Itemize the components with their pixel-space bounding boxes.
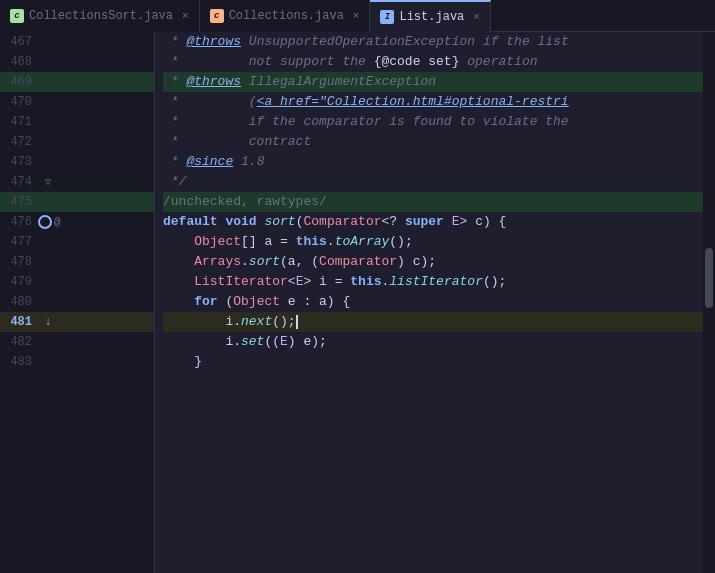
line-number-482: 482: [0, 335, 38, 349]
gutter-row-467: 467: [0, 32, 154, 52]
code-line-473: * @since 1.8: [163, 152, 703, 172]
code-line-467: * @throws UnsupportedOperationException …: [163, 32, 703, 52]
tab-icon-collections-sort: c: [10, 9, 24, 23]
line-number-479: 479: [0, 275, 38, 289]
code-line-474: */: [163, 172, 703, 192]
gutter-row-470: 470: [0, 92, 154, 112]
at-icon-476: @: [54, 216, 61, 228]
gutter-row-480: 480: [0, 292, 154, 312]
gutter-row-472: 472: [0, 132, 154, 152]
line-number-480: 480: [0, 295, 38, 309]
gutter-row-468: 468: [0, 52, 154, 72]
tab-close-list[interactable]: ×: [473, 11, 480, 23]
code-467: * @throws UnsupportedOperationException …: [163, 32, 569, 52]
code-473: * @since 1.8: [163, 152, 264, 172]
line-number-468: 468: [0, 55, 38, 69]
gutter-row-478: 478: [0, 252, 154, 272]
tab-label-collections: Collections.java: [229, 9, 344, 23]
tab-icon-list: I: [380, 10, 394, 24]
gutter-row-481: 481 ↓: [0, 312, 154, 332]
code-469: * @throws IllegalArgumentException: [163, 72, 436, 92]
fold-icon-474[interactable]: ▽: [38, 176, 58, 188]
line-number-474: 474: [0, 175, 38, 189]
line-number-473: 473: [0, 155, 38, 169]
code-line-471: * if the comparator is found to violate …: [163, 112, 703, 132]
code-482: i.set((E) e);: [163, 332, 327, 352]
code-line-483: }: [163, 352, 703, 372]
line-number-478: 478: [0, 255, 38, 269]
code-468: * not support the {@code set} operation: [163, 52, 537, 72]
gutter-row-477: 477: [0, 232, 154, 252]
text-cursor: [296, 315, 298, 329]
gutter-row-479: 479: [0, 272, 154, 292]
code-476: default void sort(Comparator<? super E> …: [163, 212, 506, 232]
tab-close-collections[interactable]: ×: [353, 10, 360, 22]
line-number-475: 475: [0, 195, 38, 209]
code-480: for (Object e : a) {: [163, 292, 350, 312]
code-line-478: Arrays.sort(a, (Comparator) c);: [163, 252, 703, 272]
code-481: i.next();: [163, 312, 298, 332]
code-line-472: * contract: [163, 132, 703, 152]
gutter-row-482: 482: [0, 332, 154, 352]
tab-icon-collections: c: [210, 9, 224, 23]
tab-close-collections-sort[interactable]: ×: [182, 10, 189, 22]
scrollbar-thumb[interactable]: [705, 248, 713, 308]
code-472: * contract: [163, 132, 311, 152]
gutter-row-474: 474 ▽: [0, 172, 154, 192]
code-479: ListIterator<E> i = this.listIterator();: [163, 272, 506, 292]
gutter-row-475: 475: [0, 192, 154, 212]
line-number-476: 476: [0, 215, 38, 229]
code-line-468: * not support the {@code set} operation: [163, 52, 703, 72]
breakpoint-icon-476[interactable]: [38, 215, 52, 229]
editor-window: c CollectionsSort.java × c Collections.j…: [0, 0, 715, 573]
gutter-row-476: 476 @: [0, 212, 154, 232]
tab-label-collections-sort: CollectionsSort.java: [29, 9, 173, 23]
code-line-475: /unchecked, rawtypes/: [163, 192, 703, 212]
line-number-469: 469: [0, 75, 38, 89]
editor-body: 467 468 469 470 471: [0, 32, 715, 573]
tab-collections-sort[interactable]: c CollectionsSort.java ×: [0, 0, 200, 32]
gutter-row-473: 473: [0, 152, 154, 172]
code-475: /unchecked, rawtypes/: [163, 192, 327, 212]
vertical-scrollbar[interactable]: [703, 32, 715, 573]
gutter-row-483: 483: [0, 352, 154, 372]
code-line-477: Object[] a = this.toArray();: [163, 232, 703, 252]
tab-list[interactable]: I List.java ×: [370, 0, 490, 32]
tab-bar: c CollectionsSort.java × c Collections.j…: [0, 0, 715, 32]
code-line-482: i.set((E) e);: [163, 332, 703, 352]
tab-collections[interactable]: c Collections.java ×: [200, 0, 371, 32]
line-number-472: 472: [0, 135, 38, 149]
code-line-476: default void sort(Comparator<? super E> …: [163, 212, 703, 232]
code-474: */: [163, 172, 186, 192]
line-number-470: 470: [0, 95, 38, 109]
left-gutter: 467 468 469 470 471: [0, 32, 155, 573]
line-number-483: 483: [0, 355, 38, 369]
code-470: * (<a href="Collection.html#optional-res…: [163, 92, 569, 112]
code-477: Object[] a = this.toArray();: [163, 232, 413, 252]
code-471: * if the comparator is found to violate …: [163, 112, 569, 132]
code-area[interactable]: * @throws UnsupportedOperationException …: [155, 32, 703, 573]
tab-label-list: List.java: [399, 10, 464, 24]
code-line-479: ListIterator<E> i = this.listIterator();: [163, 272, 703, 292]
code-478: Arrays.sort(a, (Comparator) c);: [163, 252, 436, 272]
line-number-471: 471: [0, 115, 38, 129]
down-arrow-icon-481: ↓: [38, 315, 58, 329]
line-number-467: 467: [0, 35, 38, 49]
line-number-477: 477: [0, 235, 38, 249]
gutter-row-469: 469: [0, 72, 154, 92]
code-line-470: * (<a href="Collection.html#optional-res…: [163, 92, 703, 112]
line-number-481: 481: [0, 315, 38, 329]
code-line-469: * @throws IllegalArgumentException: [163, 72, 703, 92]
code-483: }: [163, 352, 202, 372]
gutter-row-471: 471: [0, 112, 154, 132]
code-line-480: for (Object e : a) {: [163, 292, 703, 312]
code-line-481: i.next();: [163, 312, 703, 332]
